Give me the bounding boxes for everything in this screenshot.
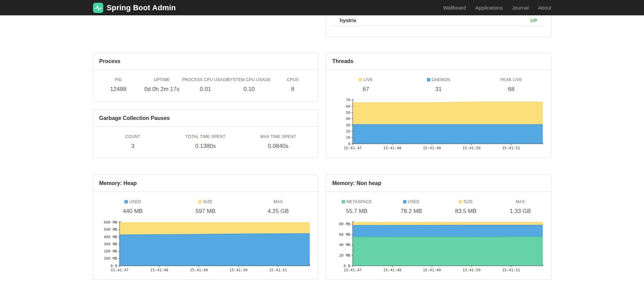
threads-panel: Threads LIVE 67 DAEMON 31 PEAK LIVE 68 xyxy=(326,52,551,158)
stat-label: COUNT xyxy=(125,134,140,139)
stat-label: CPUS xyxy=(287,77,299,82)
stat-nonheap-used: USED 78.2 MB xyxy=(384,199,439,215)
process-stats: PID 12488 UPTIME 0d 0h 2m 17s PROCESS CP… xyxy=(93,70,318,95)
memory-nonheap-chart: 0 B20 MB40 MB60 MB80 MB15:41:4715:41:481… xyxy=(331,219,546,273)
svg-text:15:41:48: 15:41:48 xyxy=(383,268,401,272)
svg-text:70: 70 xyxy=(346,98,350,102)
stat-label: PROCESS CPU USAGE xyxy=(182,77,229,82)
stat-label: PEAK LIVE xyxy=(500,77,522,82)
svg-text:15:41:49: 15:41:49 xyxy=(423,268,441,272)
navbar-links: Wallboard Applications Journal About xyxy=(443,5,551,11)
stat-gc-total-time: TOTAL TIME SPENT 0.1380s xyxy=(169,134,242,150)
svg-text:15:41:47: 15:41:47 xyxy=(344,146,362,150)
svg-text:15:41:48: 15:41:48 xyxy=(150,268,168,272)
svg-text:10: 10 xyxy=(346,135,350,140)
stat-label: SIZE xyxy=(203,199,213,204)
svg-text:15:41:47: 15:41:47 xyxy=(111,268,129,272)
svg-text:80 MB: 80 MB xyxy=(339,222,350,226)
memory-heap-panel-body: USED 440 MB SIZE 597 MB MAX 4.25 GB 0 B1… xyxy=(93,192,318,273)
stat-gc-count: COUNT 3 xyxy=(96,134,169,150)
svg-text:20: 20 xyxy=(346,129,350,134)
stat-label: MAX xyxy=(516,199,525,204)
legend-swatch-size xyxy=(198,200,202,203)
nav-link-journal[interactable]: Journal xyxy=(512,5,529,11)
nonheap-stats: METASPACE 55.7 MB USED 78.2 MB SIZE 83.5… xyxy=(326,192,551,217)
nav-link-about[interactable]: About xyxy=(538,5,551,11)
stat-nonheap-size: SIZE 83.5 MB xyxy=(439,199,493,215)
stat-value: 4.25 GB xyxy=(242,208,315,215)
svg-text:0: 0 xyxy=(348,142,350,146)
stat-value: 1.33 GB xyxy=(493,208,548,215)
stat-label: USED xyxy=(408,199,420,204)
stat-value: 3 xyxy=(96,143,169,150)
svg-text:400 MB: 400 MB xyxy=(104,235,117,239)
stat-value: 597 MB xyxy=(169,208,242,215)
stat-label: LIVE xyxy=(364,77,373,82)
threads-panel-body: LIVE 67 DAEMON 31 PEAK LIVE 68 010203040… xyxy=(326,70,551,151)
svg-text:15:41:49: 15:41:49 xyxy=(423,146,441,150)
legend-swatch-live xyxy=(359,78,362,81)
svg-text:15:41:48: 15:41:48 xyxy=(383,146,401,150)
svg-text:40 MB: 40 MB xyxy=(339,243,350,247)
stat-value: 0.10 xyxy=(227,86,271,93)
stat-nonheap-max: MAX 1.33 GB xyxy=(493,199,548,215)
nav-link-wallboard[interactable]: Wallboard xyxy=(443,5,466,11)
legend-swatch-size xyxy=(459,200,462,203)
memory-heap-panel: Memory: Heap USED 440 MB SIZE 597 MB MAX… xyxy=(93,174,318,280)
stat-process-cpu-usage: PROCESS CPU USAGE 0.01 xyxy=(184,77,227,93)
process-panel: Process PID 12488 UPTIME 0d 0h 2m 17s PR… xyxy=(93,52,318,102)
nav-link-applications[interactable]: Applications xyxy=(475,5,503,11)
svg-text:600 MB: 600 MB xyxy=(104,220,117,225)
svg-text:200 MB: 200 MB xyxy=(104,249,117,254)
threads-panel-title: Threads xyxy=(326,53,551,70)
stat-label: PID xyxy=(115,77,122,82)
svg-text:15:41:50: 15:41:50 xyxy=(462,146,480,150)
stat-uptime: UPTIME 0d 0h 2m 17s xyxy=(140,77,184,93)
legend-swatch-used xyxy=(124,200,128,203)
stat-value: 8 xyxy=(271,86,315,93)
gc-panel-body: COUNT 3 TOTAL TIME SPENT 0.1380s MAX TIM… xyxy=(93,127,318,152)
svg-text:60 MB: 60 MB xyxy=(339,232,350,237)
svg-text:15:41:47: 15:41:47 xyxy=(344,268,362,272)
svg-text:60: 60 xyxy=(346,104,350,109)
stat-value: 0.01 xyxy=(184,86,227,93)
stat-threads-peak-live: PEAK LIVE 68 xyxy=(475,77,548,93)
stat-gc-max-time: MAX TIME SPENT 0.0840s xyxy=(242,134,315,150)
stat-label: DAEMON xyxy=(432,77,450,82)
svg-text:15:41:51: 15:41:51 xyxy=(502,268,520,272)
spring-boot-admin-logo-icon xyxy=(93,2,104,13)
svg-text:15:41:49: 15:41:49 xyxy=(190,268,208,272)
gc-stats: COUNT 3 TOTAL TIME SPENT 0.1380s MAX TIM… xyxy=(93,127,318,152)
stat-system-cpu-usage: SYSTEM CPU USAGE 0.10 xyxy=(227,77,271,93)
gc-panel: Garbage Collection Pauses COUNT 3 TOTAL … xyxy=(93,109,318,158)
svg-text:0 B: 0 B xyxy=(110,264,117,268)
health-service-name: hystrix xyxy=(340,17,356,23)
stat-value: 0d 0h 2m 17s xyxy=(140,86,184,93)
health-panel: hystrix UP xyxy=(326,15,551,37)
svg-text:100 MB: 100 MB xyxy=(104,256,117,261)
legend-swatch-daemon xyxy=(427,78,430,81)
svg-text:20 MB: 20 MB xyxy=(339,253,350,258)
memory-heap-panel-title: Memory: Heap xyxy=(93,175,318,192)
stat-value: 440 MB xyxy=(96,208,169,215)
stat-cpus: CPUS 8 xyxy=(271,77,315,93)
stat-label: SIZE xyxy=(463,199,473,204)
stat-nonheap-metaspace: METASPACE 55.7 MB xyxy=(329,199,384,215)
memory-nonheap-panel: Memory: Non heap METASPACE 55.7 MB USED … xyxy=(326,174,551,280)
stat-threads-live: LIVE 67 xyxy=(329,77,402,93)
stat-label: METASPACE xyxy=(347,199,372,204)
stat-heap-size: SIZE 597 MB xyxy=(169,199,242,215)
stat-heap-used: USED 440 MB xyxy=(96,199,169,215)
threads-chart: 01020304050607015:41:4715:41:4815:41:491… xyxy=(331,97,546,151)
svg-text:30: 30 xyxy=(346,123,350,127)
stat-label: USED xyxy=(129,199,141,204)
stat-value: 55.7 MB xyxy=(329,208,384,215)
stat-pid: PID 12488 xyxy=(96,77,140,93)
process-panel-title: Process xyxy=(93,53,318,70)
svg-text:15:41:50: 15:41:50 xyxy=(229,268,247,272)
svg-text:40: 40 xyxy=(346,117,350,121)
stat-value: 12488 xyxy=(96,86,140,93)
left-column: Process PID 12488 UPTIME 0d 0h 2m 17s PR… xyxy=(93,52,318,280)
stat-value: 83.5 MB xyxy=(439,208,493,215)
brand[interactable]: Spring Boot Admin xyxy=(93,2,176,13)
